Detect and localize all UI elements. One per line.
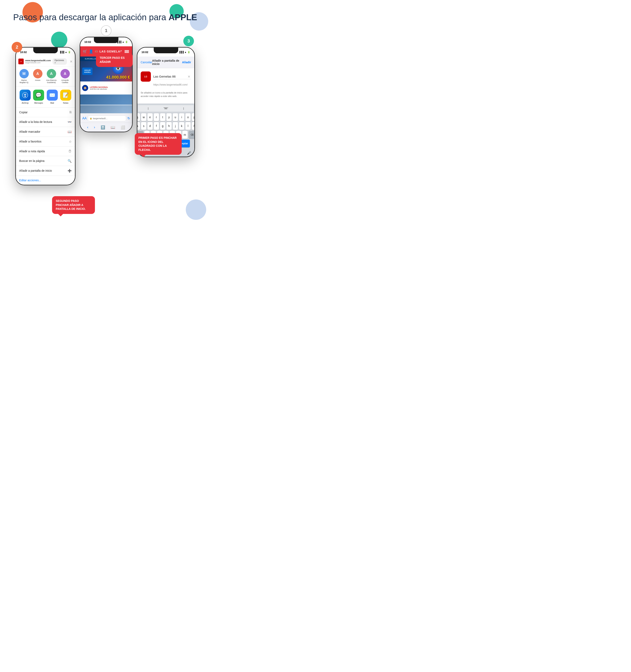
kbd-row-1: q w e r t y u i o p xyxy=(138,113,194,121)
key-y[interactable]: y xyxy=(166,113,172,121)
app-name-row: LG ✕ xyxy=(141,71,191,82)
key-t[interactable]: t xyxy=(160,113,165,121)
cart-icon[interactable]: 🛒 xyxy=(83,49,87,54)
key-r[interactable]: r xyxy=(154,113,159,121)
status-icons-3: ▐▐▐ ▲ 🔋 xyxy=(179,51,190,53)
close-icon[interactable]: ✕ xyxy=(70,59,72,64)
website-card2 xyxy=(80,95,132,105)
key-o[interactable]: o xyxy=(185,113,191,121)
edit-actions-link[interactable]: Editar acciones... xyxy=(16,176,75,185)
options-btn[interactable]: Opciones > xyxy=(52,58,67,65)
key-u[interactable]: u xyxy=(173,113,178,121)
share-mensajes[interactable]: 💬 Mensajes xyxy=(33,90,44,104)
menu-buscar[interactable]: Buscar en la página 🔍 xyxy=(16,156,75,166)
key-h[interactable]: h xyxy=(166,122,172,130)
key-p[interactable]: p xyxy=(192,113,194,121)
svg-point-1 xyxy=(24,96,26,97)
loteria-card: 🎰 LOTERÍA NACIONAL SORTEO DE NAVIDAD xyxy=(80,82,132,94)
forward-btn[interactable]: › xyxy=(94,125,95,129)
key-n-tilde[interactable]: ñ xyxy=(192,122,194,130)
page-header: Pasos para descargar la aplicación para … xyxy=(0,0,210,27)
key-f[interactable]: f xyxy=(154,122,159,130)
bookmarks-btn[interactable]: 📖 xyxy=(111,125,115,129)
contact-marius: M MariusBogdan IQ xyxy=(18,69,30,84)
share-notas[interactable]: 📝 Notas xyxy=(60,90,71,104)
user-icon[interactable]: 👤 xyxy=(89,49,93,54)
browser-bottom: ‹ › ⬆️ 📖 ⬜ xyxy=(80,123,132,132)
key-l[interactable]: l xyxy=(185,122,191,130)
add-btn[interactable]: Añadir xyxy=(182,61,191,64)
keyboard-suggestion: | "86" | xyxy=(138,105,194,112)
key-g[interactable]: g xyxy=(160,122,165,130)
reading-list-icon: 👓 xyxy=(68,120,72,124)
phone-notch-3 xyxy=(154,48,178,53)
mic-icon[interactable]: 🎤 xyxy=(187,151,191,155)
menu-favoritos[interactable]: Añadir a favoritos ☆ xyxy=(16,137,75,147)
add-home-content: LG ✕ https://www.lasgemelas86.com/ Se añ… xyxy=(137,68,194,103)
status-icons-2: ▐▐▐ ▲ 🔋 xyxy=(59,51,71,53)
add-home-icon: ➕ xyxy=(68,169,72,173)
step1-wrapper: 1 PRIMER PASO ES PINCHAR EN EL ICONO DEL… xyxy=(80,31,133,132)
step2-bubble: SEGUNDO PASO PINCHAR AÑADIR A PANTALLA D… xyxy=(52,196,95,214)
aa-text[interactable]: AA xyxy=(82,117,87,120)
phone-notch-2 xyxy=(33,48,58,53)
back-btn[interactable]: ‹ xyxy=(87,125,89,129)
key-backspace[interactable]: ⌫ xyxy=(189,131,195,139)
step2-phone: 10:02 ▐▐▐ ▲ 🔋 LG www.lasgemelas86.com la… xyxy=(15,47,75,185)
step1-badge: 1 xyxy=(101,25,112,36)
menu-copiar[interactable]: Copiar ⎘ xyxy=(16,107,75,117)
step2-screen: 10:02 ▐▐▐ ▲ 🔋 LG www.lasgemelas86.com la… xyxy=(16,48,75,185)
menu-nota-rapida[interactable]: Añadir a nota rápida 🗒 xyxy=(16,147,75,156)
phone-notch-1 xyxy=(94,38,118,43)
key-d[interactable]: d xyxy=(147,122,153,130)
share-apps: AirDrop 💬 Mensajes ✉️ Mail 📝 Notas xyxy=(16,86,75,107)
lock-icon: 🔒 xyxy=(90,117,92,119)
jugar-btn[interactable]: JUGARAHORA xyxy=(82,68,93,75)
page-title: Pasos para descargar la aplicación para … xyxy=(4,12,206,22)
step3-badge: 3 xyxy=(183,36,194,46)
key-i[interactable]: i xyxy=(179,113,184,121)
share-airdrop[interactable]: AirDrop xyxy=(20,90,31,104)
menu-add-home[interactable]: Añadir a pantalla de inicio ➕ xyxy=(16,166,75,176)
key-w[interactable]: w xyxy=(141,113,146,121)
cancel-btn[interactable]: Cancelar xyxy=(141,61,152,64)
share-contacts: M MariusBogdan IQ A Amore A Ana (MarcosG… xyxy=(16,67,75,86)
kbd-row-2: a s d f g h j k l ñ xyxy=(138,122,194,130)
browser-bar: AA 🔒 lasgemelas8... ↻ xyxy=(80,114,132,123)
step2-wrapper: 2 SEGUNDO PASO PINCHAR AÑADIR A PANTALLA… xyxy=(15,31,75,185)
deco-circle-blue-bottom xyxy=(186,199,206,220)
browser-url[interactable]: 🔒 lasgemelas8... xyxy=(88,116,126,121)
step1-phone: 10:02 ▐▐▐ ▲ 🔋 🛒 👤 🎟️ LAS GEMELAS xyxy=(80,37,133,132)
key-s[interactable]: s xyxy=(141,122,146,130)
tabs-btn[interactable]: ⬜ xyxy=(121,125,125,129)
status-icons-1: ▐▐▐ ▲ 🔋 xyxy=(117,41,128,43)
share-mail[interactable]: ✉️ Mail xyxy=(47,90,58,104)
refresh-icon[interactable]: ↻ xyxy=(127,116,130,120)
step2-badge: 2 xyxy=(11,42,22,52)
step1-bubble: PRIMER PASO ES PINCHAR EN EL ICONO DEL C… xyxy=(135,133,182,155)
clear-icon[interactable]: ✕ xyxy=(188,75,190,78)
share-btn[interactable]: ⬆️ xyxy=(101,125,105,129)
contact-armando: A ArmandoCasillas xyxy=(59,69,71,84)
steps-container: 2 SEGUNDO PASO PINCHAR AÑADIR A PANTALLA… xyxy=(0,27,210,193)
contact-ana: A Ana (MarcosGuarderia) xyxy=(46,69,57,84)
menu-marcador[interactable]: Añadir marcador 📖 xyxy=(16,127,75,137)
key-j[interactable]: j xyxy=(173,122,178,130)
bookmark-icon: 📖 xyxy=(68,130,72,134)
favorites-icon: ☆ xyxy=(69,140,72,144)
key-q[interactable]: q xyxy=(137,113,140,121)
app-name-input[interactable] xyxy=(153,74,191,79)
website-card3 xyxy=(80,105,132,113)
key-k[interactable]: k xyxy=(179,122,184,130)
app-url: https://www.lasgemelas86.com/ xyxy=(141,83,191,86)
menu-lista-lectura[interactable]: Añadir a la lista de lectura 👓 xyxy=(16,117,75,127)
key-e[interactable]: e xyxy=(147,113,153,121)
search-icon: 🔍 xyxy=(68,159,72,163)
app-icon-preview: LG xyxy=(141,71,151,82)
quick-note-icon: 🗒 xyxy=(68,149,72,153)
key-m[interactable]: m xyxy=(182,131,188,139)
add-home-description: Se añadirá un icono a la pantalla de ini… xyxy=(141,89,191,100)
add-home-header: Cancelar Añadir a pantalla de inicio Aña… xyxy=(137,56,194,68)
copy-icon: ⎘ xyxy=(70,111,72,114)
key-a[interactable]: a xyxy=(137,122,140,130)
